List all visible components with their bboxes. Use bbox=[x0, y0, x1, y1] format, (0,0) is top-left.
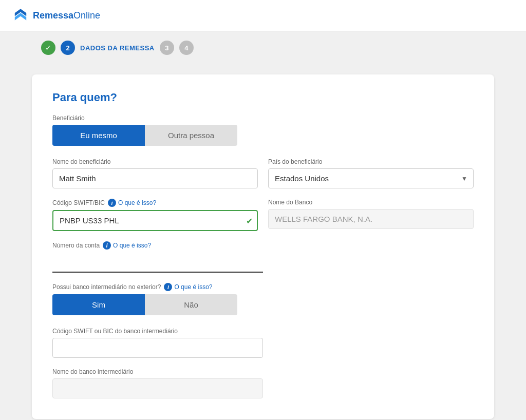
swift-check-icon: ✔ bbox=[246, 216, 253, 225]
account-number-label-row: Número da conta i O que é isso? bbox=[52, 241, 474, 250]
bank-name-col: Nome do Banco bbox=[268, 199, 474, 231]
swift-input-wrapper: ✔ bbox=[52, 210, 258, 231]
outra-pessoa-button[interactable]: Outra pessoa bbox=[145, 125, 237, 146]
beneficiary-label: Beneficiário bbox=[52, 114, 474, 122]
main-content: Para quem? Beneficiário Eu mesmo Outra p… bbox=[32, 74, 494, 419]
beneficiary-country-label: País do beneficiário bbox=[268, 158, 474, 165]
header: RemessaOnline bbox=[0, 0, 526, 31]
section-title: Para quem? bbox=[52, 91, 474, 104]
beneficiary-name-label: Nome do beneficiário bbox=[52, 158, 258, 165]
intermediary-bank-name-section: Nome do banco intermediário bbox=[52, 368, 263, 398]
account-number-info-icon: i bbox=[103, 241, 111, 250]
intermediary-swift-input[interactable] bbox=[52, 338, 263, 358]
logo-text: RemessaOnline bbox=[33, 10, 100, 21]
beneficiary-button-group: Eu mesmo Outra pessoa bbox=[52, 125, 474, 146]
progress-bar: ✓ 2 DADOS DA REMESSA 3 4 bbox=[0, 31, 526, 64]
intermediary-label: Possui banco intermediário no exterior? bbox=[52, 283, 161, 291]
beneficiary-name-input[interactable] bbox=[52, 168, 258, 188]
swift-bank-row: Código SWIFT/BIC i O que é isso? ✔ Nome … bbox=[52, 199, 474, 231]
account-number-input[interactable] bbox=[52, 253, 263, 273]
beneficiary-section: Beneficiário Eu mesmo Outra pessoa bbox=[52, 114, 474, 146]
intermediary-bank-name-label: Nome do banco intermediário bbox=[52, 368, 263, 375]
country-select-wrapper: Estados Unidos bbox=[268, 168, 474, 188]
sim-button[interactable]: Sim bbox=[52, 294, 145, 315]
step4-number: 4 bbox=[179, 41, 194, 55]
step3-number: 3 bbox=[160, 41, 174, 55]
swift-label-row: Código SWIFT/BIC i O que é isso? bbox=[52, 199, 258, 207]
logo: RemessaOnline bbox=[12, 7, 100, 24]
swift-input[interactable] bbox=[52, 210, 258, 231]
bank-name-input bbox=[268, 209, 474, 229]
intermediary-bank-name-input bbox=[52, 378, 263, 398]
country-select[interactable]: Estados Unidos bbox=[268, 168, 474, 188]
intermediary-info-text: O que é isso? bbox=[174, 283, 212, 291]
eu-mesmo-button[interactable]: Eu mesmo bbox=[52, 125, 145, 146]
nao-button[interactable]: Não bbox=[145, 294, 237, 315]
swift-info-icon: i bbox=[108, 199, 116, 207]
swift-col: Código SWIFT/BIC i O que é isso? ✔ bbox=[52, 199, 258, 231]
account-number-label: Número da conta bbox=[52, 242, 100, 249]
intermediary-info-link[interactable]: i O que é isso? bbox=[164, 283, 212, 291]
intermediary-swift-section: Código SWIFT ou BIC do banco intermediár… bbox=[52, 328, 263, 358]
name-country-row: Nome do beneficiário País do beneficiári… bbox=[52, 158, 474, 188]
intermediary-info-icon: i bbox=[164, 283, 172, 291]
bank-name-label: Nome do Banco bbox=[268, 199, 474, 206]
intermediary-label-row: Possui banco intermediário no exterior? … bbox=[52, 283, 474, 291]
intermediary-button-group: Sim Não bbox=[52, 294, 474, 315]
swift-label: Código SWIFT/BIC bbox=[52, 199, 105, 206]
beneficiary-name-col: Nome do beneficiário bbox=[52, 158, 258, 188]
account-number-info-text: O que é isso? bbox=[113, 242, 151, 249]
step1-check: ✓ bbox=[41, 41, 55, 55]
account-number-input-wrapper bbox=[52, 253, 263, 273]
beneficiary-country-col: País do beneficiário Estados Unidos bbox=[268, 158, 474, 188]
account-number-section: Número da conta i O que é isso? bbox=[52, 241, 474, 273]
intermediary-section: Possui banco intermediário no exterior? … bbox=[52, 283, 474, 398]
intermediary-swift-label: Código SWIFT ou BIC do banco intermediár… bbox=[52, 328, 263, 335]
step2-label: DADOS DA REMESSA bbox=[80, 44, 155, 52]
account-number-info-link[interactable]: i O que é isso? bbox=[103, 241, 151, 250]
logo-icon bbox=[12, 7, 29, 24]
step2-number: 2 bbox=[61, 41, 75, 55]
swift-info-text: O que é isso? bbox=[118, 199, 156, 206]
swift-info-link[interactable]: i O que é isso? bbox=[108, 199, 156, 207]
